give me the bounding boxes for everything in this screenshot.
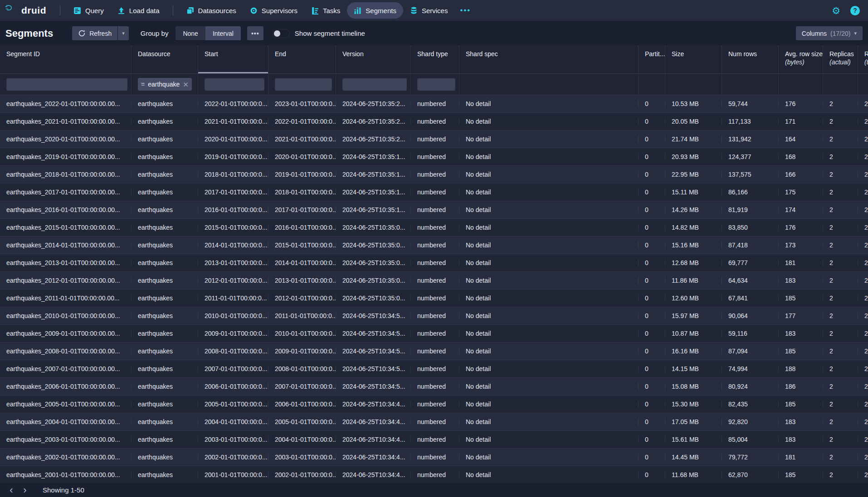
size-cell: 12.68 MB	[665, 259, 722, 266]
end-filter-input[interactable]	[275, 78, 332, 91]
partition-cell: 0	[639, 241, 665, 249]
settings-gear-icon[interactable]: ⚙	[832, 6, 840, 15]
version-cell: 2024-06-25T10:34:5...	[336, 347, 411, 355]
table-body: earthquakes_2022-01-01T00:00:00.00... ea…	[0, 95, 868, 484]
nav-item-load-data[interactable]: Load data	[111, 2, 166, 19]
druid-logo[interactable]: druid	[5, 4, 46, 17]
replicas-cell: 2	[823, 471, 858, 478]
shard-type-cell: numbered	[411, 100, 459, 107]
shard-type-cell: numbered	[411, 454, 459, 461]
num-rows-cell: 59,744	[722, 100, 779, 107]
segment-timeline-toggle[interactable]	[273, 29, 290, 38]
shard-spec-cell: No detail	[459, 436, 639, 443]
column-header-shard-type[interactable]: Shard type	[411, 45, 459, 73]
column-header-replicas[interactable]: Replicas(actual)	[823, 45, 858, 73]
datasource-filter-chip[interactable]: = earthquake ✕	[138, 78, 192, 91]
segment-id-cell: earthquakes_2005-01-01T00:00:00.00...	[0, 400, 132, 408]
column-header-shard-spec[interactable]: Shard spec	[459, 45, 639, 73]
refresh-icon	[78, 29, 86, 37]
partition-cell: 0	[639, 277, 665, 284]
replication-factor-cell: 2	[858, 436, 868, 443]
end-cell: 2011-01-01T00:00:0...	[268, 312, 336, 319]
version-cell: 2024-06-25T10:34:4...	[336, 436, 411, 443]
shard-spec-cell: No detail	[459, 365, 639, 372]
end-cell: 2009-01-01T00:00:0...	[268, 347, 336, 355]
size-cell: 15.30 MB	[665, 400, 722, 408]
shard-type-filter-input[interactable]	[417, 78, 455, 91]
version-cell: 2024-06-25T10:35:2...	[336, 118, 411, 125]
nav-divider	[60, 5, 60, 15]
version-cell: 2024-06-25T10:35:1...	[336, 188, 411, 196]
end-cell: 2019-01-01T00:00:0...	[268, 171, 336, 178]
avg-row-size-cell: 183	[779, 418, 823, 425]
avg-row-size-cell: 164	[779, 135, 823, 143]
remove-filter-icon[interactable]: ✕	[183, 81, 189, 88]
next-page-button[interactable]: ›	[18, 484, 32, 496]
table-row: earthquakes_2010-01-01T00:00:00.00... ea…	[0, 307, 868, 325]
nav-item-label: Load data	[129, 7, 160, 14]
start-filter-input[interactable]	[205, 78, 264, 91]
database-icon	[410, 7, 418, 14]
partition-cell: 0	[639, 330, 665, 337]
refresh-label: Refresh	[89, 30, 112, 37]
datasource-cell: earthquakes	[132, 259, 198, 266]
datasource-cell: earthquakes	[132, 171, 198, 178]
num-rows-cell: 69,777	[722, 259, 779, 266]
replicas-cell: 2	[823, 418, 858, 425]
previous-page-button[interactable]: ‹	[5, 484, 18, 496]
replication-factor-cell: 2	[858, 383, 868, 390]
group-by-interval-button[interactable]: Interval	[205, 26, 241, 40]
avg-row-size-cell: 175	[779, 188, 823, 196]
avg-row-size-cell: 177	[779, 312, 823, 319]
nav-item-tasks[interactable]: Tasks	[304, 2, 347, 19]
column-header-segment-id[interactable]: Segment ID	[0, 45, 132, 73]
replication-factor-cell: 2	[858, 347, 868, 355]
column-header-size[interactable]: Size	[665, 45, 722, 73]
columns-button[interactable]: Columns (17/20) ▾	[796, 26, 863, 40]
refresh-button[interactable]: Refresh	[72, 26, 117, 40]
end-cell: 2020-01-01T00:00:0...	[268, 153, 336, 160]
datasource-cell: earthquakes	[132, 241, 198, 249]
partition-cell: 0	[639, 436, 665, 443]
nav-more-button[interactable]: •••	[454, 6, 476, 15]
version-filter-input[interactable]	[342, 78, 407, 91]
nav-item-segments[interactable]: Segments	[347, 2, 403, 19]
partition-cell: 0	[639, 118, 665, 125]
replication-factor-cell: 2	[858, 100, 868, 107]
more-options-button[interactable]: •••	[247, 26, 263, 40]
start-cell: 2019-01-01T00:00:0...	[198, 153, 268, 160]
nav-item-query[interactable]: Query	[67, 2, 111, 19]
avg-row-size-cell: 185	[779, 471, 823, 478]
query-icon	[73, 7, 81, 14]
segment-id-filter-input[interactable]	[6, 78, 127, 91]
replicas-cell: 2	[823, 188, 858, 196]
version-cell: 2024-06-25T10:35:0...	[336, 241, 411, 249]
column-header-replication-factor[interactable]: Replication factor(target)	[858, 45, 868, 73]
column-header-version[interactable]: Version	[336, 45, 411, 73]
group-by-none-button[interactable]: None	[176, 26, 205, 40]
column-header-end[interactable]: End	[268, 45, 336, 73]
column-header-start[interactable]: Start	[198, 45, 268, 73]
help-icon[interactable]: ?	[850, 6, 860, 15]
refresh-options-button[interactable]: ▾	[118, 26, 129, 40]
segment-id-cell: earthquakes_2011-01-01T00:00:00.00...	[0, 294, 132, 302]
start-cell: 2010-01-01T00:00:0...	[198, 312, 268, 319]
segment-id-cell: earthquakes_2015-01-01T00:00:00.00...	[0, 224, 132, 231]
shard-type-cell: numbered	[411, 118, 459, 125]
nav-item-datasources[interactable]: Datasources	[180, 2, 243, 19]
num-rows-cell: 131,942	[722, 135, 779, 143]
segment-id-cell: earthquakes_2013-01-01T00:00:00.00...	[0, 259, 132, 266]
replication-factor-cell: 2	[858, 241, 868, 249]
nav-item-services[interactable]: Services	[403, 2, 455, 19]
pagination-status: Showing 1-50	[43, 486, 84, 494]
nav-item-supervisors[interactable]: Supervisors	[243, 2, 304, 19]
size-cell: 20.93 MB	[665, 153, 722, 160]
column-header-num-rows[interactable]: Num rows	[722, 45, 779, 73]
num-rows-cell: 80,924	[722, 383, 779, 390]
replicas-cell: 2	[823, 241, 858, 249]
size-cell: 11.68 MB	[665, 471, 722, 478]
column-header-avg-row-size[interactable]: Avg. row size(bytes)	[779, 45, 823, 73]
nav-item-label: Datasources	[198, 7, 236, 14]
column-header-partition[interactable]: Partit...	[639, 45, 665, 73]
column-header-datasource[interactable]: Datasource	[132, 45, 198, 73]
